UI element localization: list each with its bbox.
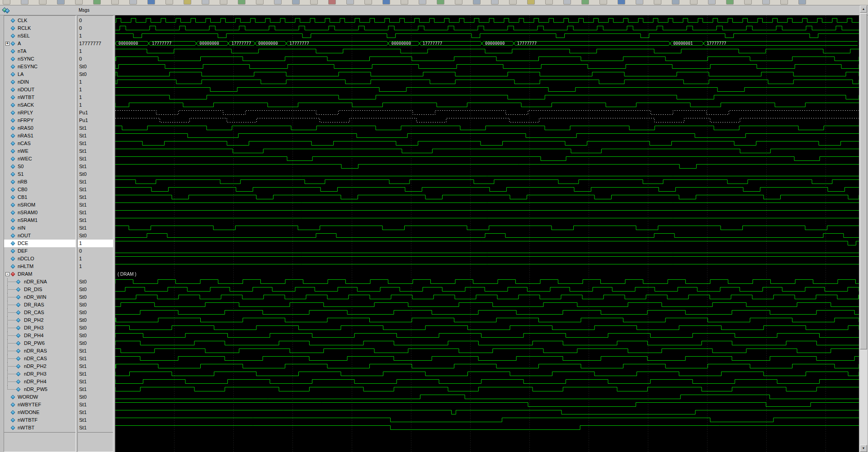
signal-row-DEF[interactable]: DEF [4, 247, 75, 255]
signal-row-nDIN[interactable]: nDIN [4, 78, 75, 86]
signal-value-nIN[interactable]: St1 [78, 224, 113, 232]
scrollbar-thumb[interactable] [860, 13, 867, 349]
signal-value-DR_DIS[interactable]: St0 [78, 286, 113, 293]
toolbar-icon-fragment[interactable] [111, 0, 119, 5]
signal-row-DR_PH4[interactable]: DR_PH4 [4, 332, 75, 339]
signal-row-DR_CAS[interactable]: DR_CAS [4, 309, 75, 316]
toolbar-icon-fragment[interactable] [636, 0, 643, 5]
signal-row-nSROM[interactable]: nSROM [4, 201, 75, 209]
scroll-up-button[interactable]: ▲ [860, 5, 867, 13]
toolbar-icon-fragment[interactable] [437, 0, 444, 5]
vertical-scrollbar[interactable]: ▲ ▼ [860, 5, 867, 452]
signal-row-nSRAM1[interactable]: nSRAM1 [4, 217, 75, 224]
signal-value-nDR_PH4[interactable]: St1 [78, 378, 113, 386]
toolbar-icon-fragment[interactable] [618, 0, 625, 5]
signal-row-nDOUT[interactable]: nDOUT [4, 86, 75, 94]
signal-value-nRAS1[interactable]: St1 [78, 132, 113, 140]
collapse-icon[interactable]: - [5, 272, 9, 276]
signal-row-nRPLY[interactable]: nRPLY [4, 109, 75, 117]
signal-row-CLK[interactable]: CLK [4, 17, 75, 24]
signal-row-nDR_PH2[interactable]: nDR_PH2 [4, 363, 75, 370]
toolbar-icon-fragment[interactable] [708, 0, 716, 5]
signal-value-S1[interactable]: St0 [78, 170, 113, 178]
toolbar-icon-fragment[interactable] [93, 0, 101, 5]
toolbar-icon-fragment[interactable] [274, 0, 282, 5]
toolbar-icon-fragment[interactable] [310, 0, 318, 5]
signal-value-nSACK[interactable]: 1 [78, 101, 113, 109]
signal-value-nDR_RAS[interactable]: St1 [78, 347, 113, 355]
toolbar-icon-fragment[interactable] [654, 0, 661, 5]
toolbar-icon-fragment[interactable] [202, 0, 209, 5]
toolbar-icon-fragment[interactable] [346, 0, 354, 5]
signal-value-DR_PH4[interactable]: St0 [78, 332, 113, 339]
signal-value-nSYNC[interactable]: 0 [78, 55, 113, 63]
toolbar-icon-fragment[interactable] [238, 0, 245, 5]
toolbar-icon-fragment[interactable] [364, 0, 372, 5]
signal-value-nSEL[interactable]: 1 [78, 32, 113, 40]
signal-value-nWTBT[interactable]: St1 [78, 424, 113, 432]
signal-row-nWBYTEF[interactable]: nWBYTEF [4, 401, 75, 409]
signal-value-nDOUT[interactable]: 1 [78, 86, 113, 94]
toolbar-icon-fragment[interactable] [382, 0, 390, 5]
signal-row-nDR_PW5[interactable]: nDR_PW5 [4, 386, 75, 393]
signal-row-nDR_PH4[interactable]: nDR_PH4 [4, 378, 75, 386]
signal-row-nWTBT[interactable]: nWTBT [4, 94, 75, 101]
toolbar-icon-fragment[interactable] [690, 0, 698, 5]
signal-value-DR_PH3[interactable]: St0 [78, 324, 113, 332]
signal-row-nDR_CAS[interactable]: nDR_CAS [4, 355, 75, 363]
toolbar-icon-fragment[interactable] [455, 0, 462, 5]
signal-row-nFRPY[interactable]: nFRPY [4, 117, 75, 124]
toolbar-icon-fragment[interactable] [419, 0, 426, 5]
signal-value-DEF[interactable]: 0 [78, 247, 113, 255]
toolbar-icon-fragment[interactable] [726, 0, 734, 5]
signal-value-nDCLO[interactable]: 1 [78, 255, 113, 263]
signal-row-nRB[interactable]: nRB [4, 178, 75, 186]
toolbar-icon-fragment[interactable] [129, 0, 137, 5]
signal-row-nIN[interactable]: nIN [4, 224, 75, 232]
signal-value-nRPLY[interactable]: Pu1 [78, 109, 113, 117]
signal-value-nDR_PW5[interactable]: St1 [78, 386, 113, 393]
signal-row-nWE[interactable]: nWE [4, 147, 75, 155]
toolbar-icon-fragment[interactable] [256, 0, 264, 5]
signal-row-nSYNC[interactable]: nSYNC [4, 55, 75, 63]
toolbar-icon-fragment[interactable] [762, 0, 770, 5]
signal-row-DR_PH3[interactable]: DR_PH3 [4, 324, 75, 332]
toolbar-icon-fragment[interactable] [798, 0, 806, 5]
signal-value-nDR_CAS[interactable]: St1 [78, 355, 113, 363]
waveform-canvas[interactable] [115, 15, 859, 452]
signal-row-DR_DIS[interactable]: DR_DIS [4, 286, 75, 293]
scroll-down-button[interactable]: ▼ [860, 445, 867, 452]
toolbar-icon-fragment[interactable] [57, 0, 65, 5]
toolbar-icon-fragment[interactable] [744, 0, 752, 5]
signal-value-nHLTM[interactable]: 1 [78, 263, 113, 270]
signal-row-nDR_PH3[interactable]: nDR_PH3 [4, 370, 75, 378]
signal-value-nDIN[interactable]: 1 [78, 78, 113, 86]
signal-row-nDR_WIN[interactable]: nDR_WIN [4, 293, 75, 301]
signal-row-DR_RAS[interactable]: DR_RAS [4, 301, 75, 309]
signal-row-DRAM[interactable]: -DRAM [4, 270, 75, 278]
signal-value-DR_RAS[interactable]: St0 [78, 301, 113, 309]
signal-value-DR_CAS[interactable]: St0 [78, 309, 113, 316]
signal-row-nWDONE[interactable]: nWDONE [4, 409, 75, 416]
signal-value-nTA[interactable]: 1 [78, 47, 113, 55]
signal-row-nSEL[interactable]: nSEL [4, 32, 75, 40]
signal-value-nWE[interactable]: St1 [78, 147, 113, 155]
signal-value-nSRAM0[interactable]: St1 [78, 209, 113, 217]
signal-value-nCAS[interactable]: St1 [78, 140, 113, 147]
toolbar-icon-fragment[interactable] [780, 0, 788, 5]
toolbar-icon-fragment[interactable] [672, 0, 679, 5]
signal-row-nDCLO[interactable]: nDCLO [4, 255, 75, 263]
toolbar-icon-fragment[interactable] [3, 0, 10, 5]
signal-row-S0[interactable]: S0 [4, 163, 75, 170]
signal-value-RCLK[interactable]: 0 [78, 24, 113, 32]
signal-row-nWTBT[interactable]: nWTBT [4, 424, 75, 432]
signal-row-DR_PH2[interactable]: DR_PH2 [4, 316, 75, 324]
toolbar-icon-fragment[interactable] [563, 0, 571, 5]
expand-icon[interactable]: + [5, 42, 9, 46]
signal-value-CB0[interactable]: St1 [78, 186, 113, 193]
signal-row-RCLK[interactable]: RCLK [4, 24, 75, 32]
signal-value-nWTBTF[interactable]: St1 [78, 416, 113, 424]
toolbar-icon-fragment[interactable] [165, 0, 173, 5]
signal-row-nDR_RAS[interactable]: nDR_RAS [4, 347, 75, 355]
signal-value-nWBYTEF[interactable]: St1 [78, 401, 113, 409]
